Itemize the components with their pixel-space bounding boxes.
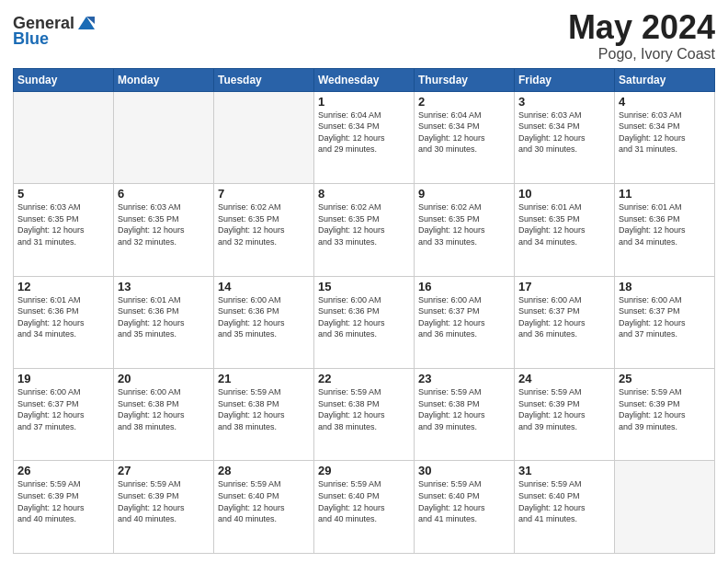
day-number: 4 xyxy=(619,95,711,109)
calendar-cell: 8Sunrise: 6:02 AM Sunset: 6:35 PM Daylig… xyxy=(314,184,415,276)
calendar-cell xyxy=(214,91,314,183)
day-info: Sunrise: 6:03 AM Sunset: 6:34 PM Dayligh… xyxy=(518,109,610,155)
calendar-cell: 21Sunrise: 5:59 AM Sunset: 6:38 PM Dayli… xyxy=(214,369,314,461)
calendar-cell xyxy=(114,91,214,183)
calendar-cell: 11Sunrise: 6:01 AM Sunset: 6:36 PM Dayli… xyxy=(615,184,715,276)
logo: General Blue xyxy=(13,13,97,49)
day-info: Sunrise: 6:00 AM Sunset: 6:37 PM Dayligh… xyxy=(17,386,109,432)
day-number: 2 xyxy=(418,95,510,109)
day-info: Sunrise: 5:59 AM Sunset: 6:40 PM Dayligh… xyxy=(418,478,510,524)
day-number: 9 xyxy=(418,187,510,201)
calendar-cell: 12Sunrise: 6:01 AM Sunset: 6:36 PM Dayli… xyxy=(14,276,114,368)
day-info: Sunrise: 6:00 AM Sunset: 6:38 PM Dayligh… xyxy=(118,386,210,432)
calendar-cell: 10Sunrise: 6:01 AM Sunset: 6:35 PM Dayli… xyxy=(515,184,615,276)
day-number: 17 xyxy=(518,280,610,293)
day-info: Sunrise: 6:02 AM Sunset: 6:35 PM Dayligh… xyxy=(418,201,510,247)
day-info: Sunrise: 6:01 AM Sunset: 6:36 PM Dayligh… xyxy=(118,294,210,340)
header: General Blue May 2024 Pogo, Ivory Coast xyxy=(13,9,715,63)
day-info: Sunrise: 5:59 AM Sunset: 6:38 PM Dayligh… xyxy=(418,386,510,432)
day-number: 16 xyxy=(418,280,510,293)
day-number: 3 xyxy=(518,95,610,109)
day-number: 25 xyxy=(619,372,711,385)
calendar-cell: 2Sunrise: 6:04 AM Sunset: 6:34 PM Daylig… xyxy=(415,91,515,183)
calendar-cell: 24Sunrise: 5:59 AM Sunset: 6:39 PM Dayli… xyxy=(515,369,615,461)
calendar-cell: 3Sunrise: 6:03 AM Sunset: 6:34 PM Daylig… xyxy=(515,91,615,183)
day-number: 14 xyxy=(218,280,310,293)
day-number: 11 xyxy=(619,187,711,201)
col-saturday: Saturday xyxy=(615,68,715,91)
calendar-cell: 19Sunrise: 6:00 AM Sunset: 6:37 PM Dayli… xyxy=(14,369,114,461)
day-info: Sunrise: 6:01 AM Sunset: 6:36 PM Dayligh… xyxy=(619,201,711,247)
day-number: 31 xyxy=(518,464,610,477)
day-number: 8 xyxy=(318,187,410,201)
col-wednesday: Wednesday xyxy=(314,68,415,91)
day-number: 6 xyxy=(118,187,210,201)
day-number: 21 xyxy=(218,372,310,385)
calendar-week-0: 1Sunrise: 6:04 AM Sunset: 6:34 PM Daylig… xyxy=(14,91,715,183)
day-number: 29 xyxy=(318,464,410,477)
calendar-cell: 18Sunrise: 6:00 AM Sunset: 6:37 PM Dayli… xyxy=(615,276,715,368)
calendar-header-row: Sunday Monday Tuesday Wednesday Thursday… xyxy=(14,68,715,91)
main-title: May 2024 xyxy=(568,9,715,46)
day-number: 12 xyxy=(17,280,109,293)
calendar-cell: 5Sunrise: 6:03 AM Sunset: 6:35 PM Daylig… xyxy=(14,184,114,276)
day-number: 30 xyxy=(418,464,510,477)
day-number: 19 xyxy=(17,372,109,385)
calendar-cell: 14Sunrise: 6:00 AM Sunset: 6:36 PM Dayli… xyxy=(214,276,314,368)
calendar-cell: 16Sunrise: 6:00 AM Sunset: 6:37 PM Dayli… xyxy=(415,276,515,368)
calendar-cell xyxy=(615,461,715,554)
day-info: Sunrise: 6:03 AM Sunset: 6:35 PM Dayligh… xyxy=(17,201,109,247)
day-number: 20 xyxy=(118,372,210,385)
day-number: 7 xyxy=(218,187,310,201)
day-number: 28 xyxy=(218,464,310,477)
day-info: Sunrise: 6:02 AM Sunset: 6:35 PM Dayligh… xyxy=(318,201,410,247)
day-number: 5 xyxy=(17,187,109,201)
calendar-cell: 27Sunrise: 5:59 AM Sunset: 6:39 PM Dayli… xyxy=(114,461,214,554)
calendar-cell: 20Sunrise: 6:00 AM Sunset: 6:38 PM Dayli… xyxy=(114,369,214,461)
day-number: 24 xyxy=(518,372,610,385)
day-info: Sunrise: 6:04 AM Sunset: 6:34 PM Dayligh… xyxy=(418,109,510,155)
day-number: 27 xyxy=(118,464,210,477)
calendar-cell: 6Sunrise: 6:03 AM Sunset: 6:35 PM Daylig… xyxy=(114,184,214,276)
day-info: Sunrise: 6:01 AM Sunset: 6:36 PM Dayligh… xyxy=(17,294,109,340)
location: Pogo, Ivory Coast xyxy=(568,46,715,63)
calendar-cell: 13Sunrise: 6:01 AM Sunset: 6:36 PM Dayli… xyxy=(114,276,214,368)
calendar: Sunday Monday Tuesday Wednesday Thursday… xyxy=(13,68,715,554)
day-info: Sunrise: 6:00 AM Sunset: 6:37 PM Dayligh… xyxy=(418,294,510,340)
col-sunday: Sunday xyxy=(14,68,114,91)
day-info: Sunrise: 5:59 AM Sunset: 6:39 PM Dayligh… xyxy=(17,478,109,524)
title-block: May 2024 Pogo, Ivory Coast xyxy=(568,9,715,63)
calendar-cell: 29Sunrise: 5:59 AM Sunset: 6:40 PM Dayli… xyxy=(314,461,415,554)
calendar-cell: 23Sunrise: 5:59 AM Sunset: 6:38 PM Dayli… xyxy=(415,369,515,461)
day-number: 22 xyxy=(318,372,410,385)
calendar-cell: 26Sunrise: 5:59 AM Sunset: 6:39 PM Dayli… xyxy=(14,461,114,554)
calendar-cell: 9Sunrise: 6:02 AM Sunset: 6:35 PM Daylig… xyxy=(415,184,515,276)
calendar-cell: 4Sunrise: 6:03 AM Sunset: 6:34 PM Daylig… xyxy=(615,91,715,183)
day-info: Sunrise: 5:59 AM Sunset: 6:39 PM Dayligh… xyxy=(518,386,610,432)
day-info: Sunrise: 6:00 AM Sunset: 6:37 PM Dayligh… xyxy=(619,294,711,340)
calendar-week-3: 19Sunrise: 6:00 AM Sunset: 6:37 PM Dayli… xyxy=(14,369,715,461)
day-info: Sunrise: 5:59 AM Sunset: 6:39 PM Dayligh… xyxy=(118,478,210,524)
day-number: 13 xyxy=(118,280,210,293)
day-info: Sunrise: 5:59 AM Sunset: 6:40 PM Dayligh… xyxy=(518,478,610,524)
day-info: Sunrise: 6:01 AM Sunset: 6:35 PM Dayligh… xyxy=(518,201,610,247)
day-info: Sunrise: 6:03 AM Sunset: 6:34 PM Dayligh… xyxy=(619,109,711,155)
calendar-cell: 22Sunrise: 5:59 AM Sunset: 6:38 PM Dayli… xyxy=(314,369,415,461)
col-friday: Friday xyxy=(515,68,615,91)
day-info: Sunrise: 6:04 AM Sunset: 6:34 PM Dayligh… xyxy=(318,109,410,155)
day-info: Sunrise: 6:03 AM Sunset: 6:35 PM Dayligh… xyxy=(118,201,210,247)
calendar-cell: 17Sunrise: 6:00 AM Sunset: 6:37 PM Dayli… xyxy=(515,276,615,368)
logo-blue: Blue xyxy=(13,29,49,49)
day-number: 26 xyxy=(17,464,109,477)
calendar-week-2: 12Sunrise: 6:01 AM Sunset: 6:36 PM Dayli… xyxy=(14,276,715,368)
calendar-week-4: 26Sunrise: 5:59 AM Sunset: 6:39 PM Dayli… xyxy=(14,461,715,554)
day-info: Sunrise: 6:00 AM Sunset: 6:37 PM Dayligh… xyxy=(518,294,610,340)
calendar-cell: 25Sunrise: 5:59 AM Sunset: 6:39 PM Dayli… xyxy=(615,369,715,461)
day-info: Sunrise: 5:59 AM Sunset: 6:38 PM Dayligh… xyxy=(218,386,310,432)
day-number: 1 xyxy=(318,95,410,109)
day-info: Sunrise: 6:02 AM Sunset: 6:35 PM Dayligh… xyxy=(218,201,310,247)
day-info: Sunrise: 6:00 AM Sunset: 6:36 PM Dayligh… xyxy=(218,294,310,340)
day-info: Sunrise: 5:59 AM Sunset: 6:38 PM Dayligh… xyxy=(318,386,410,432)
day-info: Sunrise: 5:59 AM Sunset: 6:39 PM Dayligh… xyxy=(619,386,711,432)
day-number: 23 xyxy=(418,372,510,385)
